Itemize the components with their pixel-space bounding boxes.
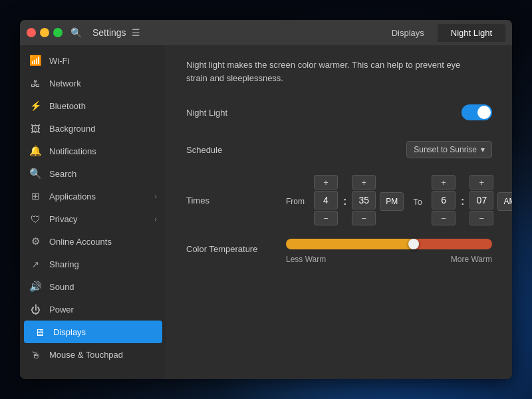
to-label: To xyxy=(413,197,422,207)
from-minute-increment[interactable]: + xyxy=(352,175,376,190)
times-label: Times xyxy=(186,196,286,205)
night-light-control xyxy=(286,104,492,120)
color-temp-label: Color Temperature xyxy=(186,239,286,254)
less-warm-label: Less Warm xyxy=(286,255,326,264)
to-hour-decrement[interactable]: − xyxy=(432,211,456,225)
arrow-right-icon: › xyxy=(154,192,157,200)
maximize-button[interactable] xyxy=(53,28,63,37)
sidebar-item-online-accounts[interactable]: ⚙ Online Accounts xyxy=(20,230,166,253)
sidebar-item-privacy[interactable]: 🛡 Privacy › xyxy=(20,207,166,230)
settings-window: 🔍 Settings ☰ Displays Night Light 📶 Wi-F… xyxy=(20,20,512,379)
notifications-icon: 🔔 xyxy=(29,145,41,157)
from-hour-increment[interactable]: + xyxy=(314,175,338,190)
night-light-label: Night Light xyxy=(186,108,286,118)
sidebar-item-search[interactable]: 🔍 Search xyxy=(20,162,166,185)
mouse-icon: 🖱 xyxy=(29,348,41,360)
sidebar-item-label: Displays xyxy=(53,327,153,337)
sidebar-item-label: Bluetooth xyxy=(49,101,157,111)
sidebar-item-background[interactable]: 🖼 Background xyxy=(20,117,166,140)
toggle-knob xyxy=(477,106,491,119)
window-title: Settings xyxy=(92,27,126,38)
times-content: From + 4 − : + 35 − PM xyxy=(286,175,512,225)
sidebar-item-label: Privacy xyxy=(49,214,146,224)
colon-sep: : xyxy=(342,196,348,207)
from-minute-value: 35 xyxy=(352,191,376,209)
sidebar-item-network[interactable]: 🖧 Network xyxy=(20,72,166,94)
from-hour-value: 4 xyxy=(314,191,338,209)
tab-bar: Displays Night Light xyxy=(378,24,505,42)
from-hour-decrement[interactable]: − xyxy=(314,211,338,225)
sidebar-item-displays[interactable]: 🖥 Displays xyxy=(24,321,162,343)
sidebar-item-label: Wi-Fi xyxy=(49,56,157,66)
search-icon[interactable]: 🔍 xyxy=(70,27,82,38)
privacy-icon: 🛡 xyxy=(29,213,41,225)
sidebar-item-mouse-touchpad[interactable]: 🖱 Mouse & Touchpad xyxy=(20,343,166,366)
from-hour-spinbox: + 4 − xyxy=(314,175,338,225)
to-hour-spinbox: + 6 − xyxy=(432,175,456,225)
minimize-button[interactable] xyxy=(40,28,49,37)
tab-displays[interactable]: Displays xyxy=(378,24,438,42)
to-ampm-button[interactable]: AM xyxy=(497,192,512,211)
sharing-icon: ↗ xyxy=(29,258,41,270)
menu-icon[interactable]: ☰ xyxy=(132,27,140,38)
sidebar-item-label: Search xyxy=(49,169,157,179)
arrow-right-icon: › xyxy=(154,215,157,223)
from-label: From xyxy=(286,197,305,206)
schedule-row: Schedule Sunset to Sunrise ▾ xyxy=(186,138,492,162)
background-icon: 🖼 xyxy=(29,122,41,134)
to-minute-spinbox: + 07 − xyxy=(469,175,493,225)
sidebar-item-label: Sharing xyxy=(49,259,157,269)
description-text: Night light makes the screen color warme… xyxy=(186,59,466,84)
sidebar-item-power[interactable]: ⏻ Power xyxy=(20,298,166,321)
night-light-toggle[interactable] xyxy=(462,104,492,120)
chevron-down-icon: ▾ xyxy=(481,145,485,154)
wifi-icon: 📶 xyxy=(29,55,41,66)
to-minute-increment[interactable]: + xyxy=(469,175,493,190)
more-warm-label: More Warm xyxy=(451,255,492,264)
to-minute-value: 07 xyxy=(469,191,493,209)
color-temp-content: Less Warm More Warm xyxy=(286,239,492,264)
color-temp-slider[interactable] xyxy=(286,239,492,249)
sidebar-item-label: Network xyxy=(49,78,157,88)
from-minute-spinbox: + 35 − xyxy=(352,175,376,225)
sidebar-item-label: Power xyxy=(49,305,157,315)
bluetooth-icon: ⚡ xyxy=(29,100,41,112)
titlebar: 🔍 Settings ☰ Displays Night Light xyxy=(20,20,512,45)
sidebar-item-applications[interactable]: ⊞ Applications › xyxy=(20,185,166,207)
window-controls xyxy=(27,28,63,37)
sidebar: 📶 Wi-Fi 🖧 Network ⚡ Bluetooth 🖼 Backgrou… xyxy=(20,45,166,379)
tab-night-light[interactable]: Night Light xyxy=(438,24,505,42)
sidebar-item-bluetooth[interactable]: ⚡ Bluetooth xyxy=(20,94,166,117)
sidebar-item-label: Online Accounts xyxy=(49,237,157,247)
network-icon: 🖧 xyxy=(29,77,41,89)
colon-sep-2: : xyxy=(460,196,466,207)
schedule-value: Sunset to Sunrise xyxy=(414,145,477,154)
sidebar-item-sound[interactable]: 🔊 Sound xyxy=(20,275,166,298)
slider-thumb[interactable] xyxy=(408,239,419,249)
sidebar-item-wifi[interactable]: 📶 Wi-Fi xyxy=(20,49,166,72)
slider-labels: Less Warm More Warm xyxy=(286,255,492,264)
main-content: Night light makes the screen color warme… xyxy=(166,45,512,379)
sidebar-item-label: Mouse & Touchpad xyxy=(49,350,157,360)
schedule-control: Sunset to Sunrise ▾ xyxy=(286,141,492,158)
color-temp-row: Color Temperature Less Warm More Warm xyxy=(186,239,492,264)
sidebar-item-notifications[interactable]: 🔔 Notifications xyxy=(20,140,166,162)
applications-icon: ⊞ xyxy=(29,190,41,202)
to-minute-decrement[interactable]: − xyxy=(469,211,493,225)
sidebar-item-sharing[interactable]: ↗ Sharing xyxy=(20,253,166,275)
schedule-label: Schedule xyxy=(186,145,286,155)
schedule-dropdown[interactable]: Sunset to Sunrise ▾ xyxy=(406,141,492,158)
from-ampm-button[interactable]: PM xyxy=(380,192,404,211)
sidebar-item-label: Notifications xyxy=(49,146,157,156)
sidebar-item-label: Sound xyxy=(49,282,157,292)
online-accounts-icon: ⚙ xyxy=(29,235,41,247)
sidebar-item-label: Background xyxy=(49,124,157,134)
displays-icon: 🖥 xyxy=(33,326,45,338)
to-hour-increment[interactable]: + xyxy=(432,175,456,190)
power-icon: ⏻ xyxy=(29,303,41,315)
close-button[interactable] xyxy=(27,28,36,37)
from-minute-decrement[interactable]: − xyxy=(352,211,376,225)
to-hour-value: 6 xyxy=(432,191,456,209)
times-row: Times From + 4 − : + 35 − xyxy=(186,175,492,225)
night-light-row: Night Light xyxy=(186,100,492,124)
